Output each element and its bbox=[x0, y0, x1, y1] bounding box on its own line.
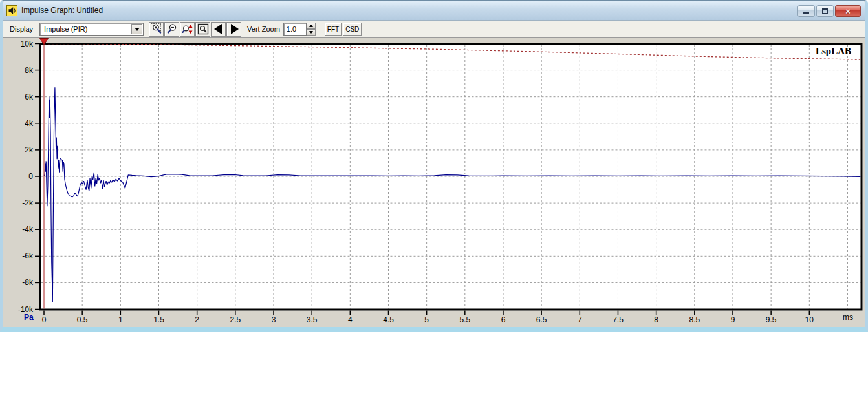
chart-area: 10k8k6k4k2k0-2k-4k-6k-8k-10k00.511.522.5… bbox=[3, 38, 865, 327]
scroll-right-icon bbox=[228, 23, 241, 36]
zoom-out-button[interactable] bbox=[164, 22, 179, 37]
x-tick-label: 0 bbox=[42, 315, 47, 324]
zoom-reset-icon bbox=[181, 23, 194, 36]
x-tick-label: 0.5 bbox=[77, 315, 88, 324]
x-tick-label: 3.5 bbox=[307, 315, 318, 324]
y-tick-label: 8k bbox=[25, 66, 34, 75]
x-tick-label: 4.5 bbox=[383, 315, 394, 324]
window-controls: × bbox=[797, 5, 861, 17]
maximize-button[interactable] bbox=[816, 5, 834, 17]
zoom-preview-icon bbox=[197, 23, 210, 36]
x-tick-label: 7.5 bbox=[613, 315, 624, 324]
display-select-dropdown-button[interactable] bbox=[131, 24, 142, 34]
x-tick-label: 7 bbox=[578, 315, 582, 324]
x-tick-label: 8.5 bbox=[689, 315, 700, 324]
close-icon: × bbox=[845, 7, 851, 16]
y-tick-label: 0 bbox=[28, 172, 33, 181]
vert-zoom-input[interactable]: 1.0 bbox=[283, 23, 307, 36]
desktop: Impulse Graph: Untitled × Display Impuls… bbox=[0, 0, 868, 420]
y-tick-label: 2k bbox=[25, 145, 34, 154]
x-tick-label: 1.5 bbox=[153, 315, 164, 324]
x-tick-label: 8 bbox=[654, 315, 658, 324]
spinner-down-icon bbox=[309, 31, 313, 34]
vert-zoom-down-button[interactable] bbox=[307, 29, 316, 36]
x-tick-label: 9.5 bbox=[766, 315, 777, 324]
impulse-chart[interactable]: 10k8k6k4k2k0-2k-4k-6k-8k-10k00.511.522.5… bbox=[3, 38, 865, 327]
minimize-icon bbox=[803, 12, 809, 14]
fft-button[interactable]: FFT bbox=[325, 23, 342, 36]
close-button[interactable]: × bbox=[835, 5, 861, 17]
chevron-down-icon bbox=[135, 28, 140, 31]
x-tick-label: 4 bbox=[348, 315, 353, 324]
x-tick-label: 6 bbox=[501, 315, 506, 324]
x-tick-label: 3 bbox=[272, 315, 276, 324]
x-tick-label: 2 bbox=[195, 315, 199, 324]
x-tick-label: 2.5 bbox=[230, 315, 241, 324]
scroll-left-icon bbox=[212, 23, 225, 36]
y-tick-label: -8k bbox=[22, 278, 34, 287]
window-title: Impulse Graph: Untitled bbox=[21, 6, 103, 15]
y-tick-label: 6k bbox=[25, 92, 34, 101]
display-label: Display bbox=[10, 25, 33, 33]
zoom-in-selection-icon bbox=[150, 23, 163, 36]
toolbar: Display Impulse (PIR) bbox=[3, 20, 865, 38]
csd-button[interactable]: CSD bbox=[343, 23, 362, 36]
y-axis-unit-label: Pa bbox=[24, 313, 34, 322]
x-tick-label: 6.5 bbox=[536, 315, 547, 324]
app-window: Impulse Graph: Untitled × Display Impuls… bbox=[0, 0, 868, 332]
x-axis-unit-label: ms bbox=[843, 313, 853, 322]
zoom-preview-button[interactable] bbox=[195, 22, 210, 37]
display-select[interactable]: Impulse (PIR) bbox=[39, 23, 144, 36]
spinner-up-icon bbox=[309, 25, 313, 27]
y-tick-label: 4k bbox=[25, 119, 34, 128]
x-tick-label: 5 bbox=[424, 315, 429, 324]
maximize-icon bbox=[822, 8, 828, 14]
y-tick-label: -4k bbox=[22, 225, 34, 234]
zoom-in-selection-button[interactable] bbox=[149, 22, 164, 37]
scroll-right-button[interactable] bbox=[226, 22, 241, 37]
zoom-out-icon bbox=[166, 23, 179, 36]
y-tick-label: 10k bbox=[21, 39, 34, 48]
y-tick-label: -2k bbox=[22, 198, 34, 207]
zoom-reset-button[interactable] bbox=[180, 22, 195, 37]
x-tick-label: 5.5 bbox=[459, 315, 470, 324]
speaker-icon bbox=[6, 5, 17, 16]
x-tick-label: 9 bbox=[731, 315, 735, 324]
y-tick-label: -6k bbox=[22, 251, 34, 260]
vert-zoom-up-button[interactable] bbox=[307, 23, 316, 29]
minimize-button[interactable] bbox=[797, 5, 815, 17]
scroll-left-button[interactable] bbox=[211, 22, 226, 37]
vert-zoom-label: Vert Zoom bbox=[247, 25, 280, 33]
title-bar[interactable]: Impulse Graph: Untitled × bbox=[3, 1, 865, 20]
x-tick-label: 10 bbox=[805, 315, 814, 324]
brand-label: LspLAB bbox=[816, 46, 851, 57]
vert-zoom-spinner: 1.0 bbox=[283, 23, 316, 36]
display-select-value: Impulse (PIR) bbox=[40, 25, 131, 33]
x-tick-label: 1 bbox=[118, 315, 123, 324]
